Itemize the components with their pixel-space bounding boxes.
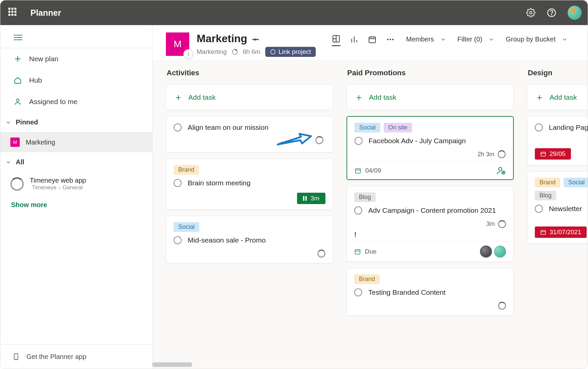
nav-label: Assigned to me <box>29 98 78 106</box>
link-project-button[interactable]: Link project <box>265 47 316 57</box>
members-dropdown[interactable]: Members <box>406 35 446 43</box>
plan-header: M i Marketing Markerting 6h 6m Link proj… <box>153 25 588 61</box>
task-card[interactable]: Brand Brain storm meeting 3m <box>166 159 333 209</box>
time-icon <box>498 302 506 310</box>
nav-new-plan[interactable]: New plan <box>0 48 152 70</box>
sidebar-item-marketing[interactable]: M Marketing <box>0 132 152 152</box>
task-time: 3m <box>486 220 495 227</box>
due-label: Due <box>354 248 377 255</box>
svg-point-21 <box>390 38 391 40</box>
plan-subtitle: Markerting <box>197 48 227 56</box>
bucket-title[interactable]: Paid Promotions <box>347 67 514 79</box>
plus-icon: ＋ <box>354 91 364 104</box>
app-launcher-icon[interactable] <box>8 8 18 18</box>
complete-checkbox[interactable] <box>535 123 543 131</box>
task-card[interactable]: Blog Adv Campaign - Content promotion 20… <box>347 186 514 262</box>
filter-dropdown[interactable]: Filter (0) <box>458 35 494 43</box>
task-card[interactable]: Social On site Facebook Adv - July Campa… <box>347 116 514 180</box>
board-view-tab[interactable] <box>332 32 340 46</box>
chevron-down-icon <box>562 36 568 42</box>
plan-icon: M i <box>166 32 189 56</box>
tag-social: Social <box>355 123 380 132</box>
assign-icon[interactable] <box>496 166 506 175</box>
chevron-down-icon <box>440 36 446 42</box>
nav-hub[interactable]: Hub <box>0 70 152 91</box>
chevron-down-icon <box>5 119 12 126</box>
tag-brand: Brand <box>174 165 199 175</box>
add-task-button[interactable]: ＋Add task <box>347 85 514 110</box>
add-task-button[interactable]: ＋Add task <box>527 85 588 110</box>
plan-time: 6h 6m <box>243 48 261 56</box>
nav-assigned[interactable]: Assigned to me <box>0 91 152 112</box>
complete-checkbox[interactable] <box>535 205 543 213</box>
topbar: Planner <box>0 0 588 25</box>
complete-checkbox[interactable] <box>355 137 363 145</box>
complete-checkbox[interactable] <box>174 179 182 187</box>
progress-icon <box>10 177 24 191</box>
add-task-button[interactable]: ＋Add task <box>166 85 333 110</box>
chevron-down-icon <box>5 159 12 166</box>
section-pinned[interactable]: Pinned <box>0 112 152 132</box>
bucket-design: Design ＋Add task Landing Page meeti 29/0… <box>527 67 588 362</box>
complete-checkbox[interactable] <box>354 206 362 214</box>
task-card[interactable]: Align team on our mission <box>166 116 333 153</box>
chart-view-tab[interactable] <box>350 33 359 46</box>
svg-point-2 <box>551 14 552 15</box>
info-icon[interactable]: i <box>183 49 193 59</box>
task-title: Adv Campaign - Content promotion 2021 <box>368 205 496 215</box>
calendar-icon <box>540 151 546 157</box>
task-title: Align team on our mission <box>188 122 269 132</box>
complete-checkbox[interactable] <box>354 288 362 296</box>
task-title: Testing Branded Content <box>368 287 446 297</box>
task-title: Landing Page meeti <box>549 122 588 132</box>
show-more-link[interactable]: Show more <box>0 196 152 214</box>
group-dropdown[interactable]: Group by Bucket <box>506 35 568 43</box>
time-icon <box>231 49 238 55</box>
time-icon <box>498 220 506 228</box>
calendar-icon <box>354 248 361 255</box>
sidebar-item-timeneye[interactable]: Timeneye web app Timeneye›General <box>0 172 152 196</box>
svg-point-5 <box>16 99 19 102</box>
plan-color-icon: M <box>10 137 20 147</box>
schedule-view-tab[interactable] <box>368 33 377 46</box>
time-icon <box>317 250 325 258</box>
hamburger-icon[interactable] <box>0 25 152 48</box>
section-label: All <box>16 158 24 166</box>
complete-checkbox[interactable] <box>174 123 182 131</box>
tag-brand: Brand <box>354 274 380 284</box>
more-icon[interactable] <box>386 33 395 46</box>
task-title: Mid-season sale - Promo <box>188 235 266 245</box>
overdue-badge: 31/07/2021 <box>535 226 587 238</box>
plus-icon: ＋ <box>535 91 544 104</box>
complete-checkbox[interactable] <box>174 236 182 244</box>
svg-rect-38 <box>541 230 546 235</box>
bucket-title[interactable]: Activities <box>166 67 333 79</box>
user-avatar[interactable] <box>568 6 582 20</box>
help-icon[interactable] <box>547 8 556 17</box>
task-card[interactable]: Social Mid-season sale - Promo <box>166 216 333 263</box>
svg-point-9 <box>271 50 275 54</box>
task-card[interactable]: Brand Testing Branded Content <box>347 268 514 315</box>
bucket-title[interactable]: Design <box>527 67 588 79</box>
time-icon <box>498 150 506 158</box>
tag-blog: Blog <box>535 191 556 200</box>
settings-icon[interactable] <box>526 8 535 17</box>
plan-title: Marketing <box>197 32 316 45</box>
tag-blog: Blog <box>354 192 376 202</box>
get-app-link[interactable]: Get the Planner app <box>0 344 152 369</box>
time-icon <box>315 136 323 144</box>
svg-point-0 <box>530 12 532 14</box>
section-all[interactable]: All <box>0 152 152 172</box>
horizontal-scrollbar[interactable] <box>152 362 380 368</box>
task-time: 2h 3m <box>478 151 494 158</box>
assignee-avatars[interactable] <box>480 246 506 258</box>
sidebar: New plan Hub Assigned to me Pinned M Mar… <box>0 25 153 369</box>
svg-point-22 <box>392 38 394 40</box>
board: Activities ＋Add task Align team on our m… <box>153 61 588 369</box>
task-card[interactable]: Landing Page meeti 29/05 <box>527 116 588 165</box>
tag-social: Social <box>564 178 588 187</box>
timer-badge[interactable]: 3m <box>297 193 325 204</box>
section-label: Pinned <box>16 118 38 126</box>
task-card[interactable]: Brand Social Blog Newsletter 31/07/2021 <box>527 171 588 243</box>
pin-icon[interactable] <box>252 35 260 43</box>
